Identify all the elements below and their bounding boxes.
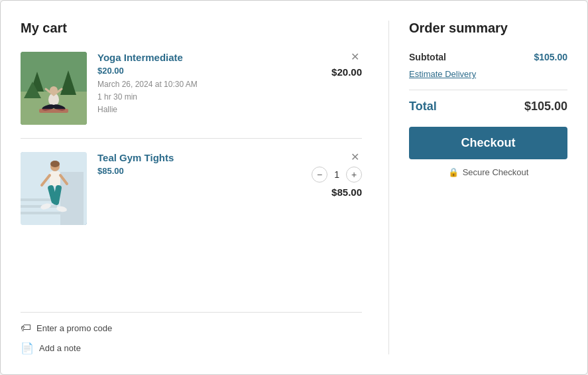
cart-item-tights: Teal Gym Tights $85.00 ✕ − 1 + $85.00 <box>21 152 362 225</box>
item-details-tights: Teal Gym Tights $85.00 <box>97 152 301 176</box>
svg-rect-15 <box>21 205 57 208</box>
svg-rect-14 <box>21 198 54 201</box>
secure-checkout: 🔒 Secure Checkout <box>409 167 567 177</box>
total-label: Total <box>409 100 437 113</box>
svg-rect-16 <box>21 212 60 214</box>
item-price-right-yoga: $20.00 <box>331 66 362 78</box>
item-price-right-tights: $85.00 <box>331 187 362 198</box>
item-name-yoga: Yoga Intermediate <box>97 52 321 63</box>
summary-section: Order summary Subtotal $105.00 Estimate … <box>388 21 567 354</box>
quantity-decrease-button[interactable]: − <box>312 167 327 183</box>
quantity-control: − 1 + <box>312 167 362 183</box>
cart-section: My cart <box>21 21 362 354</box>
remove-tights-button[interactable]: ✕ <box>348 152 362 163</box>
subtotal-value: $105.00 <box>534 52 567 62</box>
summary-divider <box>409 90 567 90</box>
subtotal-row: Subtotal $105.00 <box>409 52 567 62</box>
subtotal-label: Subtotal <box>409 52 446 62</box>
svg-rect-19 <box>50 171 60 186</box>
total-row: Total $105.00 <box>409 100 567 113</box>
item-right-tights: ✕ − 1 + $85.00 <box>312 152 362 198</box>
item-image-tights <box>21 152 87 225</box>
tag-icon: 🏷 <box>21 322 31 334</box>
quantity-increase-button[interactable]: + <box>346 167 362 183</box>
total-value: $105.00 <box>524 100 567 113</box>
promo-code-link[interactable]: 🏷 Enter a promo code <box>21 322 362 334</box>
svg-rect-11 <box>39 109 68 113</box>
add-note-link[interactable]: 📄 Add a note <box>21 342 362 354</box>
cart-item-yoga: Yoga Intermediate $20.00 March 26, 2024 … <box>21 52 362 139</box>
item-details-yoga: Yoga Intermediate $20.00 March 26, 2024 … <box>97 52 321 117</box>
checkout-button[interactable]: Checkout <box>409 127 567 159</box>
item-price-tights: $85.00 <box>97 166 301 176</box>
item-price-yoga: $20.00 <box>97 66 321 76</box>
quantity-value: 1 <box>334 169 339 180</box>
promo-code-label: Enter a promo code <box>36 323 112 333</box>
page-wrapper: My cart <box>0 0 588 375</box>
svg-point-18 <box>50 161 60 167</box>
item-right-yoga: ✕ $20.00 <box>331 52 362 78</box>
lock-icon: 🔒 <box>448 167 459 177</box>
secure-checkout-label: Secure Checkout <box>463 167 529 177</box>
estimate-delivery-link[interactable]: Estimate Delivery <box>409 69 567 79</box>
remove-yoga-button[interactable]: ✕ <box>348 52 362 62</box>
item-name-tights: Teal Gym Tights <box>97 152 301 163</box>
item-image-yoga <box>21 52 87 125</box>
note-icon: 📄 <box>21 342 34 354</box>
summary-title: Order summary <box>409 21 567 36</box>
cart-title: My cart <box>21 21 362 36</box>
item-meta-yoga: March 26, 2024 at 10:30 AM 1 hr 30 min H… <box>97 78 321 117</box>
cart-extras: 🏷 Enter a promo code 📄 Add a note <box>21 312 362 354</box>
add-note-label: Add a note <box>39 343 81 353</box>
